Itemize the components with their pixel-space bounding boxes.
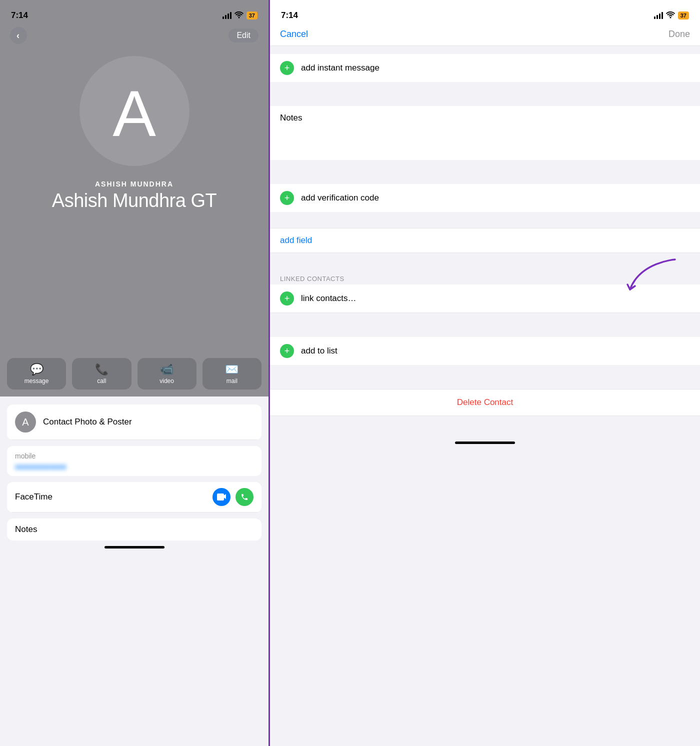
signal-bar-1 <box>222 16 224 19</box>
call-button[interactable]: 📞 call <box>72 358 131 390</box>
signal-bar-r1 <box>654 16 656 19</box>
right-notes-empty <box>280 123 690 153</box>
facetime-row: FaceTime <box>7 482 262 512</box>
status-icons-right: 37 <box>654 12 689 20</box>
message-icon: 💬 <box>30 364 44 375</box>
call-label: call <box>97 378 106 384</box>
message-button[interactable]: 💬 message <box>7 358 66 390</box>
video-button[interactable]: 📹 video <box>138 358 196 390</box>
mobile-section: mobile ●●●●●●●●●● <box>7 446 262 476</box>
add-instant-message-row[interactable]: + add instant message <box>270 54 700 82</box>
facetime-icons <box>212 488 254 506</box>
add-instant-message-plus-icon[interactable]: + <box>280 61 294 75</box>
home-indicator-left <box>104 546 164 548</box>
signal-bar-r2 <box>656 15 658 19</box>
linked-contacts-header: LINKED CONTACTS <box>270 269 700 284</box>
divider-1 <box>270 82 700 98</box>
contact-name: Ashish Mundhra GT <box>52 190 216 212</box>
delete-section: Delete Contact <box>270 389 700 416</box>
notes-label: Notes <box>15 524 37 534</box>
facetime-section: FaceTime <box>7 482 262 512</box>
message-label: message <box>24 378 49 384</box>
signal-bars-left <box>222 12 232 19</box>
add-to-list-section: + add to list <box>270 337 700 365</box>
contact-subtitle: ASHISH MUNDHRA <box>95 180 174 188</box>
content-area: A Contact Photo & Poster mobile ●●●●●●●●… <box>0 396 268 746</box>
add-instant-message-label: add instant message <box>301 63 380 73</box>
mail-button[interactable]: ✉️ mail <box>202 358 262 390</box>
status-bar-left: 7:14 37 <box>0 0 268 24</box>
add-to-list-label: add to list <box>301 346 338 356</box>
add-field-section: add field <box>270 228 700 253</box>
add-verification-label: add verification code <box>301 193 379 203</box>
right-notes-section: Notes <box>270 106 700 160</box>
wifi-icon-left <box>234 12 244 20</box>
done-button[interactable]: Done <box>668 29 690 40</box>
signal-bars-right <box>654 12 663 19</box>
facetime-label: FaceTime <box>15 492 52 502</box>
right-home-area <box>270 432 700 452</box>
divider-4 <box>270 253 700 269</box>
signal-bar-4 <box>230 12 232 19</box>
contact-photo-label: Contact Photo & Poster <box>43 417 132 427</box>
contact-photo-section: A Contact Photo & Poster <box>7 404 262 440</box>
home-indicator-right <box>455 442 515 444</box>
signal-bar-3 <box>228 14 229 19</box>
mail-icon: ✉️ <box>225 364 238 375</box>
avatar-letter: A <box>112 81 156 146</box>
delete-contact-button[interactable]: Delete Contact <box>280 398 690 408</box>
right-content: + add instant message Notes + add verifi… <box>270 46 700 746</box>
add-to-list-plus-icon[interactable]: + <box>280 344 294 358</box>
back-button[interactable]: ‹ <box>10 27 27 44</box>
back-chevron-icon: ‹ <box>16 31 20 40</box>
video-label: video <box>160 378 174 384</box>
left-panel: 7:14 37 ‹ Edit <box>0 0 270 746</box>
mail-label: mail <box>226 378 238 384</box>
add-verification-plus-icon[interactable]: + <box>280 191 294 205</box>
video-icon: 📹 <box>160 364 174 375</box>
status-time-left: 7:14 <box>11 10 28 20</box>
link-contacts-label: link contacts… <box>301 294 356 304</box>
nav-bar-left: ‹ Edit <box>0 24 268 47</box>
cancel-button[interactable]: Cancel <box>280 29 308 40</box>
battery-badge-right: 37 <box>678 12 689 20</box>
add-verification-row[interactable]: + add verification code <box>270 184 700 212</box>
add-verification-section: + add verification code <box>270 184 700 212</box>
call-icon: 📞 <box>95 364 108 375</box>
mobile-field-label: mobile <box>15 452 254 460</box>
signal-bar-r3 <box>659 14 660 19</box>
action-bar: 💬 message 📞 call 📹 video ✉️ mail <box>0 350 268 396</box>
divider-2 <box>270 160 700 176</box>
status-bar-right: 7:14 37 <box>270 0 700 24</box>
status-time-right: 7:14 <box>281 10 298 20</box>
link-contacts-row[interactable]: + link contacts… <box>270 284 700 313</box>
edit-button[interactable]: Edit <box>228 28 258 42</box>
wifi-icon-right <box>666 12 675 20</box>
signal-bar-2 <box>225 15 226 19</box>
add-instant-message-section: + add instant message <box>270 54 700 82</box>
right-notes-label: Notes <box>280 113 690 123</box>
avatar-circle: A <box>80 56 190 166</box>
divider-7 <box>270 416 700 432</box>
notes-row: Notes <box>7 518 262 540</box>
contact-photo-avatar: A <box>15 412 36 432</box>
divider-6 <box>270 365 700 381</box>
add-to-list-row[interactable]: + add to list <box>270 337 700 365</box>
contact-photo-row[interactable]: A Contact Photo & Poster <box>7 404 262 440</box>
facetime-video-button[interactable] <box>212 488 230 506</box>
right-nav: Cancel Done <box>270 24 700 46</box>
signal-bar-r4 <box>662 12 663 19</box>
status-icons-left: 37 <box>222 12 258 20</box>
hero-section: 7:14 37 ‹ Edit <box>0 0 268 350</box>
right-panel: 7:14 37 Cancel Done + add ins <box>270 0 700 746</box>
mobile-field-value: ●●●●●●●●●● <box>15 460 254 474</box>
battery-badge-left: 37 <box>246 12 258 20</box>
divider-5 <box>270 313 700 329</box>
link-contacts-plus-icon[interactable]: + <box>280 292 294 306</box>
add-field-button[interactable]: add field <box>280 236 312 245</box>
link-contacts-section: + link contacts… <box>270 284 700 313</box>
notes-section: Notes <box>7 518 262 540</box>
divider-3 <box>270 212 700 228</box>
facetime-phone-button[interactable] <box>236 488 254 506</box>
